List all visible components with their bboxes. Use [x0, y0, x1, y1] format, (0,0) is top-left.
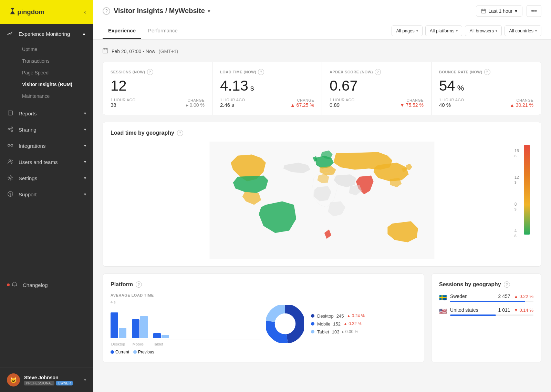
tab-filters: All pages ▾ All platforms ▾ All browsers…: [392, 25, 541, 36]
sidebar-item-transactions[interactable]: Transactions: [19, 55, 93, 67]
sessions-geography-title: Sessions by geography ?: [439, 281, 533, 288]
pie-item-mobile: Mobile 152 ▲ 0.32 %: [311, 321, 365, 327]
metric-info-icon[interactable]: ?: [147, 69, 153, 75]
reports-icon: [7, 110, 14, 117]
metric-info-icon[interactable]: ?: [258, 69, 264, 75]
map-section: Load time by geography ?: [103, 122, 541, 267]
support-icon: [7, 191, 14, 198]
pie-label-mobile: Mobile: [317, 321, 330, 327]
metric-card-sessions: SESSIONS (NOW) ? 12 1 HOUR AGO 38 CHANGE…: [103, 62, 212, 115]
map-legend: 16 s 12 s 8 s 4 s: [524, 145, 530, 235]
time-picker-button[interactable]: Last 1 hour ▾: [476, 6, 522, 17]
sessions-geography-card: Sessions by geography ? 🇸🇪 Sweden 2 457: [431, 274, 541, 362]
filter-all-countries[interactable]: All countries ▾: [505, 25, 541, 36]
calendar-icon: [481, 9, 486, 13]
page-title-dropdown[interactable]: ▾: [208, 8, 210, 14]
pie-change-desktop: ▲ 0.24 %: [346, 313, 365, 318]
filter-all-pages[interactable]: All pages ▾: [392, 25, 422, 36]
user-menu-arrow[interactable]: ▾: [84, 378, 86, 382]
filter-all-platforms[interactable]: All platforms ▾: [425, 25, 462, 36]
bar-tablet-dark: [153, 333, 161, 338]
platform-charts: AVERAGE LOAD TIME 4 s: [111, 293, 416, 354]
sessions-info-icon[interactable]: ?: [504, 281, 510, 288]
metric-change-load-time: ▲ 67.25 %: [290, 102, 314, 108]
chevron-down-icon: ▾: [84, 159, 86, 164]
tabs: Experience Performance: [103, 22, 183, 39]
sidebar-item-page-speed[interactable]: Page Speed: [19, 67, 93, 79]
sidebar: pingdom ‹ Experience Monitoring ▲ Uptime…: [0, 0, 93, 392]
sidebar-item-experience-monitoring[interactable]: Experience Monitoring ▲: [0, 26, 93, 42]
platform-card: Platform ? AVERAGE LOAD TIME 4 s: [103, 274, 424, 362]
metric-change-apdex: ▼ 75.52 %: [400, 102, 424, 108]
chevron-up-icon: ▲: [82, 31, 86, 36]
filter-all-browsers[interactable]: All browsers ▾: [465, 25, 502, 36]
metric-card-bounce-rate: BOUNCE RATE (NOW) ? 54 % 1 HOUR AGO 40 %…: [432, 62, 541, 115]
chevron-down-icon: ▾: [416, 29, 418, 33]
metric-value-load-time: 4.13 s: [220, 79, 314, 93]
owner-badge: OWNER: [56, 381, 73, 385]
svg-point-9: [9, 177, 11, 178]
tab-performance[interactable]: Performance: [143, 22, 183, 39]
user-name: Steve Johnson: [24, 375, 73, 380]
tab-experience[interactable]: Experience: [103, 22, 141, 39]
svg-rect-11: [103, 49, 108, 53]
sidebar-item-reports[interactable]: Reports ▾: [0, 105, 93, 122]
pro-badge: PROFESSIONAL: [24, 381, 54, 385]
world-map-svg: [111, 142, 533, 259]
flag-usa: 🇺🇸: [439, 308, 447, 315]
sidebar-item-support[interactable]: Support ▾: [0, 186, 93, 203]
metric-footer-bounce-rate: 1 HOUR AGO 40 % CHANGE ▲ 30.21 %: [439, 98, 533, 108]
metric-value-apdex: 0.67: [330, 79, 424, 93]
user-profile[interactable]: 🐱 Steve Johnson PROFESSIONAL OWNER: [7, 373, 73, 386]
sessions-bar-sweden: [450, 301, 533, 302]
sidebar-item-sharing[interactable]: Sharing ▾: [0, 122, 93, 138]
chevron-down-icon: ▾: [84, 143, 86, 148]
changelog-label: Changelog: [23, 282, 86, 288]
experience-sub-items: Uptime Transactions Page Speed Visitor I…: [0, 42, 93, 103]
svg-point-8: [9, 159, 11, 161]
metric-info-icon[interactable]: ?: [375, 69, 381, 75]
sidebar-item-users-teams[interactable]: Users and teams ▾: [0, 154, 93, 170]
sidebar-item-visitor-insights[interactable]: Visitor Insights (RUM): [19, 79, 93, 90]
user-role: PROFESSIONAL OWNER: [24, 381, 73, 385]
sessions-change-usa: ▼ 0.14 %: [514, 308, 533, 313]
map-info-icon[interactable]: ?: [177, 130, 183, 136]
sidebar-item-integrations[interactable]: Integrations ▾: [0, 138, 93, 154]
settings-icon: [7, 175, 14, 182]
metric-info-icon[interactable]: ?: [484, 69, 490, 75]
pie-legend: Desktop 245 ▲ 0.24 % Mobile 152 ▲ 0.32 %: [311, 313, 365, 334]
pie-label-desktop: Desktop: [317, 313, 334, 319]
sidebar-item-maintenance[interactable]: Maintenance: [19, 90, 93, 102]
sidebar-item-settings[interactable]: Settings ▾: [0, 170, 93, 186]
sidebar-item-label: Settings: [19, 175, 84, 181]
pie-val-desktop: 245: [336, 313, 344, 319]
bar-tablet-light: [162, 335, 169, 338]
help-icon[interactable]: ?: [103, 7, 110, 15]
sidebar-item-uptime[interactable]: Uptime: [19, 43, 93, 55]
main-content: ? Visitor Insights / MyWebsite ▾ Last 1 …: [93, 0, 551, 392]
sessions-bar-usa: [450, 314, 533, 316]
pie-chart-svg: [266, 305, 304, 343]
platform-info-icon[interactable]: ?: [136, 281, 142, 288]
world-map-container: 16 s 12 s 8 s 4 s: [111, 142, 533, 259]
svg-point-4: [8, 128, 10, 130]
sidebar-collapse-button[interactable]: ‹: [84, 8, 86, 16]
svg-point-1: [7, 34, 8, 35]
legend-dot-previous: [133, 350, 137, 354]
flag-sweden: 🇸🇪: [439, 294, 447, 301]
sidebar-item-label: Experience Monitoring: [19, 31, 82, 37]
chevron-down-icon: ▾: [456, 29, 458, 33]
metric-change-sessions: ▸ 0.00 %: [186, 102, 205, 108]
metric-card-load-time: LOAD TIME (NOW) ? 4.13 s 1 HOUR AGO 2.46…: [212, 62, 322, 115]
tab-bar: Experience Performance All pages ▾ All p…: [93, 22, 551, 40]
top-bar-right: Last 1 hour ▾ •••: [476, 5, 541, 17]
more-options-button[interactable]: •••: [527, 5, 541, 17]
changelog-notification-dot: [7, 283, 10, 286]
sessions-chart: Desktop 245 ▲ 0.24 % Mobile 152 ▲ 0.32 %: [266, 293, 416, 354]
sidebar-item-changelog[interactable]: Changelog: [0, 277, 93, 293]
pie-item-desktop: Desktop 245 ▲ 0.24 %: [311, 313, 365, 319]
main-scrollable: Feb 20, 07:00 - Now (GMT+1) SESSIONS (NO…: [93, 40, 551, 392]
legend-labels: 16 s 12 s 8 s 4 s: [514, 148, 519, 238]
map-section-title: Load time by geography ?: [111, 130, 533, 136]
bar-mobile-light: [140, 316, 148, 338]
